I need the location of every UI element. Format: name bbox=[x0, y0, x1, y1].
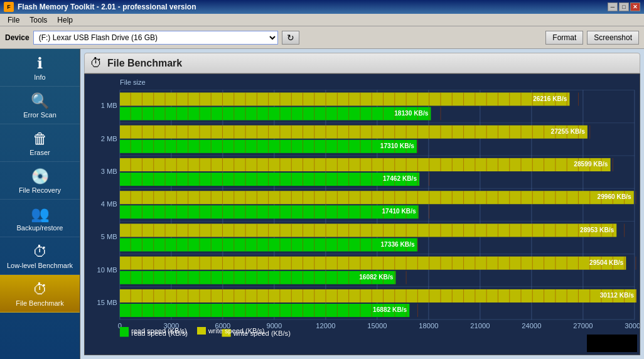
legend-write: write speed (KB/s) bbox=[197, 327, 265, 335]
file-recovery-icon: 💿 bbox=[31, 168, 50, 185]
file-benchmark-icon: ⏱ bbox=[33, 281, 48, 298]
info-label: Info bbox=[34, 73, 45, 81]
svg-text:30112 KB/s: 30112 KB/s bbox=[600, 292, 635, 299]
svg-text:12000: 12000 bbox=[316, 322, 335, 330]
svg-text:16882 KB/s: 16882 KB/s bbox=[373, 306, 407, 313]
svg-text:28599 KB/s: 28599 KB/s bbox=[574, 161, 608, 168]
black-box bbox=[587, 335, 637, 352]
legend-read-label: read speed (KB/s) bbox=[131, 327, 187, 335]
panel-icon: ⏱ bbox=[90, 56, 102, 70]
close-button[interactable]: ✕ bbox=[630, 3, 640, 11]
chart-legend: read speed (KB/s) write speed (KB/s) bbox=[120, 327, 265, 335]
eraser-icon: 🗑 bbox=[33, 130, 48, 147]
svg-rect-296 bbox=[120, 205, 419, 218]
svg-text:27000: 27000 bbox=[573, 322, 593, 330]
svg-text:27255 KB/s: 27255 KB/s bbox=[551, 128, 586, 135]
svg-text:10 MB: 10 MB bbox=[97, 266, 117, 274]
svg-text:18130 KB/s: 18130 KB/s bbox=[394, 110, 429, 117]
low-level-benchmark-icon: ⏱ bbox=[33, 243, 48, 260]
svg-text:24000: 24000 bbox=[522, 322, 541, 330]
svg-text:17462 KB/s: 17462 KB/s bbox=[383, 175, 417, 182]
svg-rect-327 bbox=[120, 223, 616, 237]
app-title: Flash Memory Toolkit - 2.01 - profession… bbox=[18, 3, 608, 11]
chart-inner: File size 030006000900012000150001800021… bbox=[85, 74, 640, 355]
app-icon: F bbox=[4, 2, 14, 12]
svg-text:15000: 15000 bbox=[367, 322, 387, 330]
svg-text:17336 KB/s: 17336 KB/s bbox=[380, 241, 415, 248]
svg-text:16082 KB/s: 16082 KB/s bbox=[359, 274, 394, 281]
svg-text:21000: 21000 bbox=[470, 322, 490, 330]
svg-text:4 MB: 4 MB bbox=[101, 200, 117, 208]
svg-text:2 MB: 2 MB bbox=[101, 135, 117, 142]
svg-rect-173 bbox=[120, 158, 611, 171]
error-scan-icon: 🔍 bbox=[31, 92, 50, 110]
backup-restore-icon: 👥 bbox=[31, 205, 50, 223]
svg-text:1 MB: 1 MB bbox=[101, 102, 117, 109]
sidebar-item-file-recovery[interactable]: 💿 File Recovery bbox=[0, 162, 80, 200]
svg-text:17310 KB/s: 17310 KB/s bbox=[380, 142, 415, 149]
chart-svg: 0300060009000120001500018000210002400027… bbox=[85, 74, 640, 355]
panel-title: File Benchmark bbox=[107, 58, 182, 69]
svg-text:3 MB: 3 MB bbox=[101, 168, 117, 175]
refresh-button[interactable]: ↻ bbox=[282, 31, 299, 45]
file-benchmark-label: File Benchmark bbox=[16, 299, 63, 307]
sidebar-item-low-level-benchmark[interactable]: ⏱ Low-level Benchmark bbox=[0, 237, 80, 275]
svg-text:17410 KB/s: 17410 KB/s bbox=[382, 208, 416, 215]
info-icon: ℹ bbox=[37, 55, 43, 72]
menubar: File Tools Help bbox=[0, 14, 644, 26]
content-area: ⏱ File Benchmark File size 0300060009000… bbox=[80, 49, 644, 359]
sidebar-item-error-scan[interactable]: 🔍 Error Scan bbox=[0, 87, 80, 124]
svg-rect-100 bbox=[120, 126, 588, 139]
minimize-button[interactable]: ─ bbox=[608, 3, 618, 11]
menu-help[interactable]: Help bbox=[52, 14, 78, 26]
svg-rect-68 bbox=[120, 107, 431, 121]
window-controls[interactable]: ─ □ ✕ bbox=[608, 3, 640, 11]
svg-text:5 MB: 5 MB bbox=[101, 233, 117, 240]
device-label: Device bbox=[5, 33, 30, 42]
file-recovery-label: File Recovery bbox=[19, 186, 61, 194]
svg-rect-479 bbox=[120, 289, 636, 303]
device-dropdown[interactable]: (F:) Lexar USB Flash Drive (16 GB) bbox=[33, 31, 278, 45]
svg-text:18000: 18000 bbox=[419, 322, 438, 330]
error-scan-label: Error Scan bbox=[23, 111, 56, 119]
chart-container: File size 030006000900012000150001800021… bbox=[84, 73, 640, 355]
sidebar-item-backup-restore[interactable]: 👥 Backup/restore bbox=[0, 200, 80, 237]
sidebar: ℹ Info 🔍 Error Scan 🗑 Eraser 💿 File Reco… bbox=[0, 49, 80, 359]
main-layout: ℹ Info 🔍 Error Scan 🗑 Eraser 💿 File Reco… bbox=[0, 49, 644, 359]
svg-text:29504 KB/s: 29504 KB/s bbox=[589, 259, 624, 266]
sidebar-item-file-benchmark[interactable]: ⏱ File Benchmark bbox=[0, 275, 80, 313]
svg-text:File size: File size bbox=[120, 78, 146, 86]
svg-text:26216 KB/s: 26216 KB/s bbox=[533, 95, 567, 102]
sidebar-item-info[interactable]: ℹ Info bbox=[0, 49, 80, 87]
eraser-label: Eraser bbox=[30, 149, 50, 156]
legend-read-box bbox=[120, 327, 129, 335]
svg-rect-450 bbox=[120, 271, 396, 284]
maximize-button[interactable]: □ bbox=[619, 3, 629, 11]
legend-write-box bbox=[197, 327, 206, 335]
low-level-benchmark-label: Low-level Benchmark bbox=[7, 262, 73, 269]
legend-write-label: write speed (KB/s) bbox=[208, 327, 265, 335]
backup-restore-label: Backup/restore bbox=[17, 224, 63, 232]
menu-tools[interactable]: Tools bbox=[24, 14, 52, 26]
svg-rect-218 bbox=[120, 173, 419, 186]
sidebar-item-eraser[interactable]: 🗑 Eraser bbox=[0, 124, 80, 162]
screenshot-button[interactable]: Screenshot bbox=[587, 31, 639, 45]
format-button[interactable]: Format bbox=[545, 31, 583, 45]
svg-rect-527 bbox=[120, 304, 409, 317]
svg-text:28953 KB/s: 28953 KB/s bbox=[580, 227, 614, 233]
svg-rect-249 bbox=[120, 191, 634, 204]
svg-text:15 MB: 15 MB bbox=[97, 299, 117, 306]
titlebar: F Flash Memory Toolkit - 2.01 - professi… bbox=[0, 0, 644, 14]
svg-text:30000: 30000 bbox=[625, 322, 640, 330]
svg-text:29960 KB/s: 29960 KB/s bbox=[598, 193, 632, 200]
svg-rect-26 bbox=[120, 92, 570, 105]
panel-header: ⏱ File Benchmark bbox=[84, 53, 640, 73]
svg-rect-403 bbox=[120, 257, 626, 270]
legend-read: read speed (KB/s) bbox=[120, 327, 187, 335]
toolbar: Device (F:) Lexar USB Flash Drive (16 GB… bbox=[0, 26, 644, 49]
menu-file[interactable]: File bbox=[3, 14, 24, 26]
